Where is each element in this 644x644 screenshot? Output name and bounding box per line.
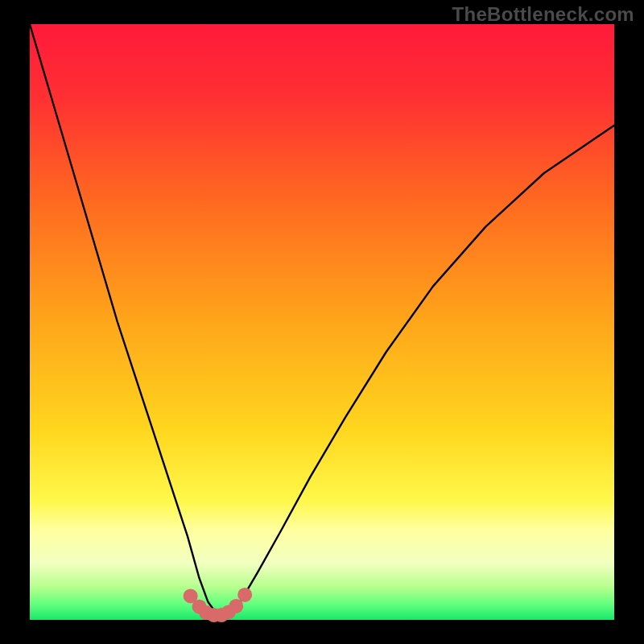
valley-marker — [229, 599, 243, 613]
watermark-text: TheBottleneck.com — [452, 3, 634, 26]
bottleneck-chart — [0, 0, 644, 644]
chart-frame: TheBottleneck.com — [0, 0, 644, 644]
valley-marker — [237, 588, 252, 602]
